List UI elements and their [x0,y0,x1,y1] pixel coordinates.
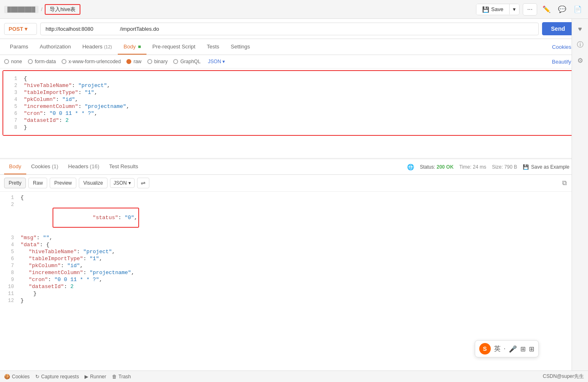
resp-tab-headers[interactable]: Headers (16) [63,159,104,174]
save-btn-group: 💾 Save ▾ [476,4,519,15]
tab-headers[interactable]: Headers (12) [77,39,118,55]
visualize-button[interactable]: Visualize [79,178,108,188]
more-options-button[interactable]: ··· [523,3,537,16]
line-number: 4 [7,96,17,103]
line-number: 7 [4,263,14,269]
wrap-button[interactable]: ⇌ [137,178,149,188]
resp-line-1: 1 { [0,194,588,201]
code-content: "status": "0", [21,201,584,234]
right-sidebar: ♥ ⓘ ⚙ [572,19,588,371]
trash-icon: 🗑 [112,374,117,380]
size-label: Size: 790 B [492,164,517,170]
line-number: 10 [4,284,14,290]
format-bar: Pretty Raw Preview Visualize JSON ▾ ⇌ ⧉ … [0,175,588,192]
save-label: Save [491,6,503,12]
req-line-1: 1 { [3,75,585,82]
tab-authorization[interactable]: Authorization [34,39,77,55]
response-json-select[interactable]: JSON ▾ [110,178,135,188]
copy-response-button[interactable]: ⧉ [558,177,570,189]
resp-line-11: 11 } [0,290,588,297]
code-content: "incrementColumn": "projectname", [24,103,581,110]
radio-raw[interactable]: raw [126,59,141,64]
ime-punctuation[interactable]: · [504,345,506,352]
bottom-trash[interactable]: 🗑 Trash [112,374,131,380]
resp-tab-cookies[interactable]: Cookies (1) [26,159,63,174]
response-status: 🌐 Status: 200 OK Time: 24 ms Size: 790 B… [407,163,584,171]
resp-line-2: 2 "status": "0", [0,201,588,234]
code-content: { [21,194,584,201]
radio-none-dot [4,59,9,64]
save-button[interactable]: 💾 Save [476,4,509,15]
tab-pre-request[interactable]: Pre-request Script [146,39,201,55]
resp-tab-test-results[interactable]: Test Results [104,159,143,174]
line-number: 9 [4,277,14,283]
status-highlight-box: "status": "0", [53,208,139,228]
save-as-example-button[interactable]: 💾 Save as Example [523,164,569,170]
edit-icon-button[interactable]: ✏️ [540,3,553,16]
bottom-runner[interactable]: ▶ Runner [85,374,106,380]
sidebar-icon-gear[interactable]: ⚙ [574,54,586,66]
breadcrumb: ████████ / 导入hive表 [4,4,473,15]
breadcrumb-item-1: ████████ [4,6,39,13]
tab-params[interactable]: Params [4,39,34,55]
status-200: Status: 200 OK [420,164,453,170]
capture-label: Capture requests [41,374,79,380]
preview-button[interactable]: Preview [50,178,76,188]
json-type-select[interactable]: JSON ▾ [208,59,225,64]
ime-english[interactable]: 英 [494,345,501,353]
beautify-button[interactable]: Beautify [552,59,571,65]
code-content: "cron": "0 0 11 * * ?", [24,110,581,117]
request-title: 导入hive表 [45,4,80,15]
code-content: "msg": "", [21,235,584,241]
bottom-capture[interactable]: ↻ Capture requests [35,374,79,380]
radio-binary-label: binary [154,59,168,64]
request-body-editor[interactable]: 1 { 2 "hiveTableName": "project", 3 "tab… [2,70,586,136]
tab-settings[interactable]: Settings [225,39,256,55]
resp-tab-body[interactable]: Body [4,159,26,174]
method-select[interactable]: POST ▾ [4,23,37,35]
request-bar: POST ▾ Send ▾ [0,19,588,39]
resp-line-6: 6 "tableImportType": "1", [0,255,588,262]
document-icon-button[interactable]: 📄 [572,3,584,16]
top-bar: ████████ / 导入hive表 💾 Save ▾ ··· ✏️ 💬 📄 [0,0,588,19]
response-tabs-bar: Body Cookies (1) Headers (16) Test Resul… [0,159,588,175]
radio-binary[interactable]: binary [147,59,168,64]
tab-tests[interactable]: Tests [201,39,225,55]
ime-grid1[interactable]: ⊞ [520,345,526,353]
top-bar-actions: 💾 Save ▾ ··· ✏️ 💬 📄 [476,3,584,16]
raw-button[interactable]: Raw [28,178,47,188]
radio-raw-dot [126,59,131,64]
runner-label: Runner [90,374,106,380]
radio-graphql[interactable]: GraphQL [173,59,200,64]
code-content: "hiveTableName": "project", [24,82,581,89]
main-content: POST ▾ Send ▾ Params Authorization Heade… [0,19,588,382]
json-fmt-arrow: ▾ [128,180,131,186]
ime-voice[interactable]: 🎤 [509,345,517,353]
body-options: none form-data x-www-form-urlencoded raw… [0,55,588,69]
url-input[interactable] [40,23,539,35]
bottom-cookies[interactable]: 🍪 Cookies [4,374,30,380]
tab-body[interactable]: Body [118,39,146,55]
line-number: 1 [4,194,14,201]
save-dropdown-arrow[interactable]: ▾ [509,4,519,14]
code-content: } [24,124,581,130]
resp-line-7: 7 "pkColumn": "id", [0,262,588,269]
send-button[interactable]: Send [542,22,574,35]
line-number: 7 [7,117,17,124]
radio-urlencoded[interactable]: x-www-form-urlencoded [62,59,121,64]
cookies-icon: 🍪 [4,374,10,380]
bottom-bar: 🍪 Cookies ↻ Capture requests ▶ Runner 🗑 … [0,371,588,382]
radio-none[interactable]: none [4,59,22,64]
line-number: 11 [4,291,14,297]
radio-form-data[interactable]: form-data [28,59,56,64]
pretty-button[interactable]: Pretty [4,178,26,188]
sidebar-icon-info[interactable]: ⓘ [574,39,586,51]
cookies-link[interactable]: Cookies [552,40,571,54]
req-line-2: 2 "hiveTableName": "project", [3,82,585,89]
req-line-7: 7 "datasetId": 2 [3,117,585,124]
line-number: 3 [7,89,17,96]
ime-grid2[interactable]: ⊞ [529,345,534,353]
comment-icon-button[interactable]: 💬 [556,3,568,16]
sidebar-icon-heart[interactable]: ♥ [574,23,586,35]
editor-empty-space [0,137,588,158]
